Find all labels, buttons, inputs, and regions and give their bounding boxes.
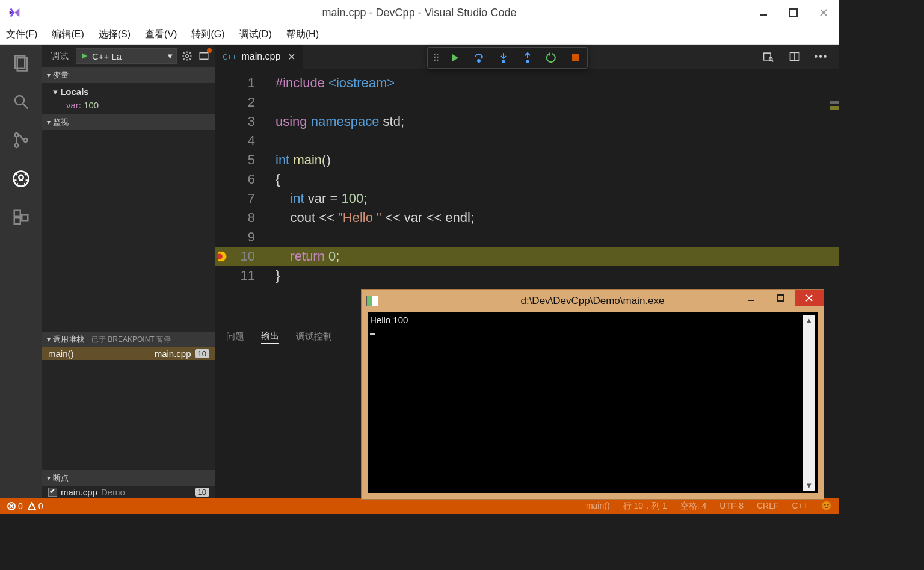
debug-sidebar: 调试 C++ La ▾ ▾变量 ▾ Locals var: 100 ▾监视 ▾调… (42, 45, 215, 498)
window-close-button[interactable] (808, 0, 839, 25)
menu-goto[interactable]: 转到(G) (191, 28, 224, 41)
console-maximize-button[interactable] (766, 290, 795, 306)
overview-ruler[interactable] (830, 69, 839, 324)
code-editor[interactable]: 123 456 789 1011 #include <iostream> usi… (215, 69, 839, 324)
menu-help[interactable]: 帮助(H) (286, 28, 319, 41)
activity-bar (0, 45, 42, 498)
cpp-file-icon: C++ (223, 52, 236, 61)
console-titlebar[interactable]: d:\Dev\DevCpp\Demo\main.exe (362, 290, 824, 312)
more-icon[interactable]: ••• (815, 50, 828, 63)
debug-console-icon[interactable] (197, 49, 211, 63)
svg-point-26 (526, 60, 529, 63)
vs-logo-icon (8, 7, 20, 19)
status-cursor[interactable]: 行 10，列 1 (623, 501, 667, 512)
console-close-button[interactable] (795, 290, 824, 306)
window-maximize-button[interactable] (778, 0, 808, 25)
menubar: 文件(F) 编辑(E) 选择(S) 查看(V) 转到(G) 调试(D) 帮助(H… (0, 25, 839, 45)
variables-header[interactable]: ▾变量 (42, 67, 215, 83)
editor-tab-main[interactable]: C++ main.cpp ✕ (215, 45, 303, 69)
menu-view[interactable]: 查看(V) (145, 28, 177, 41)
stop-button[interactable] (569, 51, 582, 64)
svg-rect-27 (572, 54, 579, 61)
svg-point-8 (23, 138, 27, 142)
step-out-button[interactable] (521, 51, 534, 64)
stack-frame[interactable]: main() main.cpp 10 (42, 347, 215, 360)
gear-icon[interactable] (180, 49, 194, 63)
status-bar: 0 0 main() 行 10，列 1 空格: 4 UTF-8 CRLF C++… (0, 498, 839, 514)
breakpoints-header[interactable]: ▾断点 (42, 470, 215, 486)
debug-icon[interactable] (11, 169, 31, 189)
source-control-icon[interactable] (11, 130, 31, 150)
continue-button[interactable] (449, 51, 462, 64)
window-minimize-button[interactable] (748, 0, 778, 25)
restart-button[interactable] (545, 51, 558, 64)
svg-rect-29 (748, 300, 754, 301)
callstack-header[interactable]: ▾调用堆栈已于 BREAKPOINT 暂停 (42, 332, 215, 347)
launch-config-label: C++ La (92, 51, 122, 61)
status-lang[interactable]: C++ (792, 501, 808, 512)
launch-config-select[interactable]: C++ La ▾ (76, 48, 177, 64)
status-indent[interactable]: 空格: 4 (680, 501, 707, 512)
split-editor-icon[interactable] (788, 50, 801, 63)
breakpoint-current-icon[interactable] (217, 251, 227, 262)
svg-point-23 (217, 254, 223, 259)
menu-file[interactable]: 文件(F) (6, 28, 37, 41)
status-encoding[interactable]: UTF-8 (719, 501, 744, 512)
console-scrollbar[interactable]: ▴▾ (803, 315, 815, 491)
svg-rect-1 (790, 9, 797, 16)
console-minimize-button[interactable] (737, 290, 766, 306)
menu-select[interactable]: 选择(S) (99, 28, 131, 41)
status-errors[interactable]: 0 (7, 501, 23, 511)
breakpoint-checkbox[interactable] (48, 488, 57, 497)
svg-point-15 (186, 55, 189, 58)
sidebar-title: 调试 (51, 51, 69, 62)
svg-point-4 (15, 96, 24, 105)
close-icon[interactable]: ✕ (288, 51, 295, 63)
svg-rect-13 (14, 218, 20, 224)
window-title: main.cpp - DevCpp - Visual Studio Code (0, 7, 839, 19)
console-window[interactable]: d:\Dev\DevCpp\Demo\main.exe Hello 100 ▴▾ (361, 289, 824, 500)
status-scope[interactable]: main() (586, 501, 610, 512)
svg-point-25 (502, 60, 505, 63)
explorer-icon[interactable] (11, 53, 31, 73)
svg-rect-16 (200, 53, 208, 60)
svg-point-6 (14, 133, 18, 137)
console-app-icon (366, 296, 378, 306)
status-feedback-icon[interactable]: 😊 (821, 501, 831, 512)
breakpoint-row[interactable]: main.cpp Demo 10 (42, 486, 215, 498)
svg-point-24 (478, 60, 480, 62)
debug-toolbar[interactable]: ⠿ (427, 47, 588, 69)
menu-edit[interactable]: 编辑(E) (52, 28, 84, 41)
console-output: Hello 100 (370, 315, 803, 491)
panel-tab-problems[interactable]: 问题 (226, 330, 244, 344)
titlebar: main.cpp - DevCpp - Visual Studio Code (0, 0, 839, 25)
watch-header[interactable]: ▾监视 (42, 114, 215, 130)
svg-rect-12 (14, 211, 20, 217)
locals-group[interactable]: ▾ Locals (42, 85, 215, 99)
svg-line-19 (772, 60, 774, 62)
code-content: #include <iostream> using namespace std;… (276, 73, 839, 285)
extensions-icon[interactable] (11, 207, 31, 228)
menu-debug[interactable]: 调试(D) (239, 28, 272, 41)
drag-handle-icon[interactable]: ⠿ (433, 52, 438, 64)
status-warnings[interactable]: 0 (28, 501, 43, 511)
svg-line-5 (23, 104, 28, 109)
svg-rect-30 (777, 295, 783, 301)
panel-tab-debug-console[interactable]: 调试控制 (296, 330, 332, 344)
search-icon[interactable] (11, 91, 31, 112)
svg-rect-0 (760, 14, 767, 16)
panel-tab-output[interactable]: 输出 (261, 329, 279, 344)
svg-point-7 (14, 144, 18, 147)
status-eol[interactable]: CRLF (757, 501, 779, 512)
variable-row[interactable]: var: 100 (42, 99, 215, 112)
editor-find-icon[interactable] (762, 50, 775, 63)
svg-rect-14 (22, 215, 28, 221)
step-over-button[interactable] (473, 51, 486, 64)
step-into-button[interactable] (497, 51, 510, 64)
svg-point-10 (19, 175, 23, 180)
